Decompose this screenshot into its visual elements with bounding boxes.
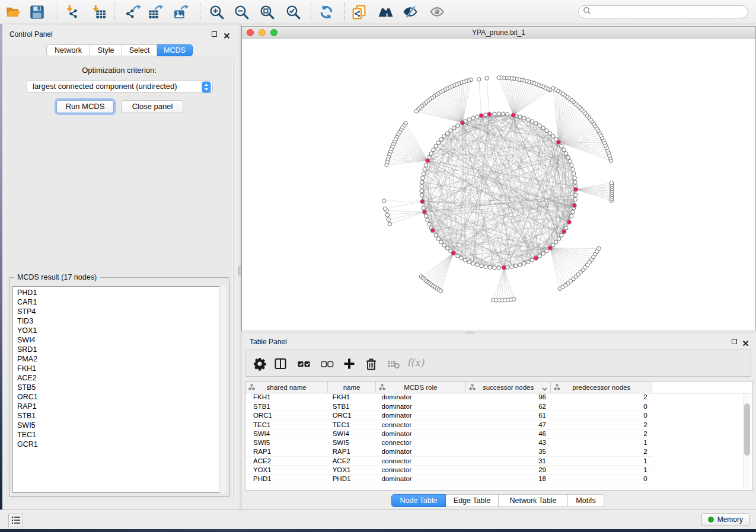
mcds-result-item[interactable]: RAP1 — [13, 402, 225, 411]
table-row[interactable]: SWI5SWI5connector431 — [245, 438, 752, 447]
mcds-result-item[interactable]: CAR1 — [13, 297, 225, 307]
shared-column-icon — [379, 384, 385, 392]
zoom-out-icon[interactable] — [234, 4, 250, 20]
optimization-dropdown-value: largest connected component (undirected) — [33, 82, 177, 91]
deselect-all-icon[interactable] — [320, 357, 334, 371]
show-column-panel-icon[interactable] — [273, 357, 288, 371]
network-title: YPA_prune.txt_1 — [242, 28, 755, 37]
zoom-fit-icon[interactable] — [259, 4, 275, 20]
mcds-result-item[interactable]: TEC1 — [13, 430, 225, 440]
delete-table-icon — [387, 357, 401, 371]
column-header-shared-name[interactable]: shared name — [245, 382, 328, 393]
table-mode-gear-icon[interactable] — [253, 357, 267, 371]
tab-select[interactable]: Select — [122, 44, 157, 56]
tab-network[interactable]: Network — [46, 44, 90, 56]
status-bar: Memory — [0, 509, 756, 529]
table-row[interactable]: STB1STB1dominator620 — [245, 402, 752, 411]
column-header-successor-nodes[interactable]: successor nodes — [465, 382, 551, 393]
search-input[interactable] — [591, 8, 739, 16]
import-table-icon[interactable] — [91, 4, 107, 20]
status-menu-button[interactable] — [8, 514, 23, 527]
new-network-from-selection-icon[interactable] — [351, 4, 367, 20]
toolbar-separator — [56, 3, 56, 21]
mcds-result-item[interactable]: STB1 — [13, 411, 225, 421]
shared-column-icon — [554, 384, 560, 392]
column-header-predecessor-nodes[interactable]: predecessor nodes — [551, 382, 652, 393]
mcds-result-item[interactable]: TID3 — [13, 316, 225, 326]
table-panel-title: Table Panel — [250, 338, 287, 346]
cytoscape-window: Control Panel NetworkStyleSelectMCDS Opt… — [0, 0, 756, 532]
tab-network-table[interactable]: Network Table — [499, 494, 568, 507]
main-toolbar — [0, 0, 756, 24]
table-row[interactable]: SWI4SWI4dominator462 — [245, 429, 752, 438]
first-neighbors-icon[interactable] — [378, 4, 394, 20]
memory-button[interactable]: Memory — [701, 513, 749, 526]
close-panel-icon[interactable] — [224, 31, 230, 41]
save-session-icon[interactable] — [29, 4, 45, 20]
mcds-result-item[interactable]: PHD1 — [13, 288, 225, 297]
toolbar-separator — [344, 3, 344, 21]
export-table-icon[interactable] — [148, 4, 164, 20]
mcds-result-list[interactable]: PHD1CAR1STP4TID3YOX1SWI4SRD1PMA2FKH1ACE2… — [12, 286, 226, 493]
delete-columns-icon[interactable] — [364, 357, 378, 371]
table-row[interactable]: PHD1PHD1dominator180 — [245, 475, 752, 483]
control-panel-title: Control Panel — [9, 30, 53, 39]
tab-style[interactable]: Style — [90, 44, 122, 56]
export-network-icon[interactable] — [126, 4, 142, 20]
column-header-MCDS-role[interactable]: MCDS role — [376, 382, 466, 393]
tab-motifs[interactable]: Motifs — [568, 494, 604, 507]
mcds-result-item[interactable]: GCR1 — [13, 440, 225, 449]
table-row[interactable]: YOX1YOX1connector291 — [245, 465, 752, 474]
shared-column-icon — [469, 384, 476, 392]
result-list-scrollbar[interactable] — [219, 286, 226, 493]
mcds-result-item[interactable]: PMA2 — [13, 354, 225, 364]
table-row[interactable]: ORC1ORC1dominator610 — [245, 411, 752, 420]
node-table: shared namenameMCDS rolesuccessor nodesp… — [245, 381, 752, 491]
search-box[interactable] — [578, 5, 748, 18]
zoom-in-icon[interactable] — [209, 4, 225, 20]
import-network-icon[interactable] — [65, 4, 81, 20]
open-session-icon[interactable] — [5, 4, 21, 20]
node-table-grid: shared namenameMCDS rolesuccessor nodesp… — [245, 382, 752, 483]
mcds-result-item[interactable]: SWI5 — [13, 421, 225, 430]
table-panel: Table Panel f(x) shared namenameMCDS rol… — [241, 334, 756, 509]
zoom-selected-icon[interactable] — [285, 4, 301, 20]
table-toolbar: f(x) — [245, 350, 751, 377]
mcds-result-item[interactable]: YOX1 — [13, 326, 225, 335]
mcds-result-group-title: MCDS result (17 nodes) — [14, 273, 100, 281]
tab-node-table[interactable]: Node Table — [391, 494, 446, 507]
network-graph[interactable] — [242, 39, 755, 331]
float-panel-icon[interactable] — [212, 31, 217, 37]
toolbar-separator — [114, 3, 114, 21]
mcds-result-item[interactable]: ACE2 — [13, 373, 225, 383]
network-titlebar: YPA_prune.txt_1 — [242, 27, 755, 39]
mcds-result-item[interactable]: ORC1 — [13, 392, 225, 402]
table-row[interactable]: RAP1RAP1dominator352 — [245, 447, 752, 456]
add-column-icon[interactable] — [342, 357, 356, 371]
optimization-dropdown[interactable]: largest connected component (undirected) — [27, 80, 213, 93]
run-mcds-button[interactable]: Run MCDS — [56, 100, 114, 113]
mcds-result-item[interactable]: STP4 — [13, 307, 225, 316]
memory-status-icon — [708, 517, 714, 523]
mcds-result-item[interactable]: SWI4 — [13, 335, 225, 345]
table-row[interactable]: ACE2ACE2connector311 — [245, 456, 752, 465]
mcds-result-item[interactable]: STB5 — [13, 383, 225, 392]
toolbar-separator — [200, 3, 200, 21]
column-header-name[interactable]: name — [328, 382, 376, 393]
tab-edge-table[interactable]: Edge Table — [446, 494, 499, 507]
float-panel-icon[interactable] — [732, 339, 737, 344]
apply-layout-icon[interactable] — [318, 4, 334, 20]
mcds-result-item[interactable]: FKH1 — [13, 364, 225, 373]
export-image-icon[interactable] — [173, 4, 189, 20]
table-scrollbar[interactable] — [743, 394, 751, 488]
mcds-result-item[interactable]: SRD1 — [13, 345, 225, 354]
show-all-icon[interactable] — [429, 4, 445, 20]
close-panel-icon[interactable] — [742, 338, 749, 349]
close-panel-button[interactable]: Close panel — [122, 100, 183, 113]
table-row[interactable]: FKH1FKH1dominator962 — [245, 393, 752, 402]
table-row[interactable]: TEC1TEC1connector472 — [245, 420, 752, 429]
hide-selected-icon[interactable] — [403, 4, 419, 20]
select-all-icon[interactable] — [297, 357, 311, 371]
tab-mcds[interactable]: MCDS — [157, 44, 193, 56]
table-scrollbar-thumb[interactable] — [744, 403, 750, 456]
